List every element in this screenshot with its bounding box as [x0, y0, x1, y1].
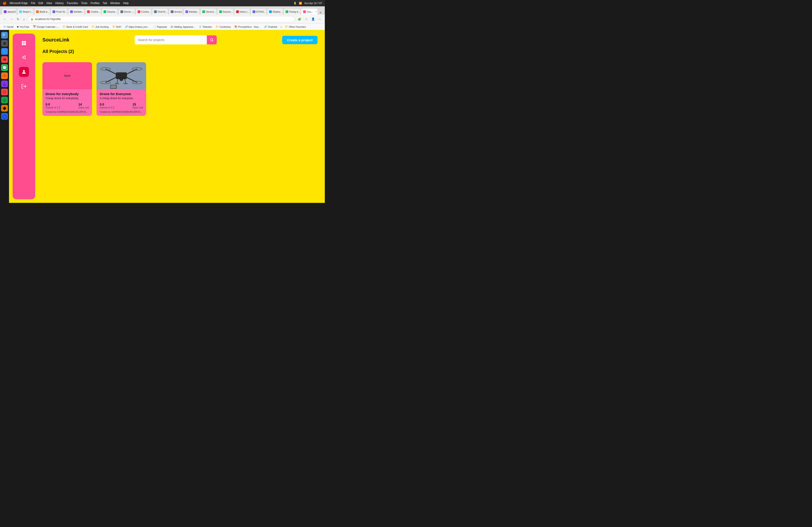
tab-close-btn[interactable]: ✕ — [315, 10, 317, 13]
address-text: localhost:5173/profile — [35, 18, 60, 21]
tab-source1[interactable]: Source... — [102, 8, 118, 15]
menu-tab[interactable]: Tab — [103, 2, 107, 5]
main-content-area: SourceLink Create a project All Projec — [35, 30, 325, 203]
tab-eth[interactable]: ETHGl... — [250, 8, 266, 15]
tab-push[interactable]: Push St... — [50, 8, 68, 15]
tab-source3[interactable]: Source... — [217, 8, 234, 15]
menu-edit[interactable]: Edit — [38, 2, 43, 5]
tab-favicon — [185, 10, 188, 13]
menu-favorites[interactable]: Favorites — [67, 2, 78, 5]
defi-folder-icon: 📁 — [112, 25, 115, 28]
section-title: All Projects (2) — [42, 49, 318, 54]
dock-launchpad[interactable]: ⊞ — [1, 40, 8, 47]
dock-app1[interactable]: ○ — [1, 72, 8, 79]
tab-favicon — [87, 10, 90, 13]
tab-findthe[interactable]: Find th... — [152, 8, 168, 15]
tab-daisyui[interactable]: daisyUI — [2, 8, 17, 15]
tab-source2[interactable]: Source... — [200, 8, 217, 15]
new-tab-button[interactable]: + — [318, 11, 323, 15]
tab-react[interactable]: React I... — [17, 8, 34, 15]
dock-finder[interactable]: 🔍 — [1, 32, 8, 39]
project-card-2[interactable]: Drone for Everyone A cheap drone for eve… — [97, 62, 146, 116]
home-button[interactable]: ⌂ — [22, 16, 26, 22]
favorites-button[interactable]: ☆ — [304, 16, 309, 22]
dock-messages[interactable]: 💬 — [1, 64, 8, 71]
bookmark-rakuten[interactable]: 🛒 Rakuten — [198, 25, 213, 29]
menu-history[interactable]: History — [55, 2, 63, 5]
svg-point-6 — [211, 39, 213, 41]
project-title-1: Drone for everybody — [46, 92, 89, 96]
bookmark-japanese[interactable]: JC Adding Japanese... — [169, 25, 197, 29]
project-card-1[interactable]: fund Drone for everybody Cheap drone for… — [42, 62, 92, 116]
bookmark-calendar[interactable]: 📅 Google Calendar -... — [32, 25, 60, 29]
tab-fixing[interactable]: Fixing d... — [284, 8, 301, 15]
tab-drone[interactable]: Drone -... — [118, 8, 135, 15]
forward-button[interactable]: → — [9, 16, 14, 22]
tab-drones[interactable]: drones — [169, 8, 183, 15]
refresh-button[interactable]: ↻ — [16, 16, 20, 22]
menu-tools[interactable]: Tools — [81, 2, 88, 5]
menu-view[interactable]: View — [46, 2, 52, 5]
project-stats-1: 0.0 Raised of 1.5 14 Days Left — [46, 103, 89, 109]
bookmark-other-favorites[interactable]: 📁 Other Favorites — [284, 25, 307, 29]
tab-contra2[interactable]: Contra... — [135, 8, 151, 15]
bookmark-chainlist[interactable]: 🔗 Chainlist — [263, 25, 278, 29]
tab-deploy[interactable]: Deploy... — [267, 8, 283, 15]
dock-mail[interactable]: ✉ — [1, 56, 8, 63]
svg-rect-2 — [22, 43, 24, 45]
bookmark-bank[interactable]: 📁 Bank & Credit Card — [61, 25, 89, 29]
svg-rect-0 — [22, 41, 24, 43]
menu-file[interactable]: File — [31, 2, 35, 5]
profile-button[interactable]: 👤 — [310, 16, 316, 22]
browser-content: 🔍 ⊞ 🌐 ✉ 💬 ○ △ □ ◇ ⬟ ◯ — [0, 30, 325, 203]
extensions-button[interactable]: 🧩 — [297, 16, 302, 22]
bookmark-youtube[interactable]: ▶ YouTube — [16, 25, 31, 29]
sidebar-item-profile[interactable] — [19, 67, 29, 77]
create-project-button[interactable]: Create a project — [282, 36, 318, 44]
dock-app4[interactable]: ◇ — [1, 97, 8, 104]
other-favorites-folder-icon: 📁 — [285, 25, 288, 28]
tab-inbox[interactable]: Inbox (... — [234, 8, 250, 15]
app-logo: SourceLink — [42, 37, 70, 43]
search-button[interactable] — [207, 35, 217, 44]
dock-app3[interactable]: □ — [1, 89, 8, 95]
project-days-1: 14 — [78, 103, 89, 106]
back-button[interactable]: ← — [2, 16, 7, 22]
bookmark-contentus[interactable]: 📁 Contentus — [214, 25, 232, 29]
tab-build[interactable]: Build a... — [34, 8, 50, 15]
bookmarks-more[interactable]: » — [279, 25, 282, 29]
sidebar-item-megaphone[interactable] — [19, 52, 29, 62]
dock-safari[interactable]: 🌐 — [1, 48, 8, 55]
rotary-icon: 🔗 — [125, 25, 128, 28]
bookmark-gmail[interactable]: 📧 Gmail — [2, 25, 15, 29]
os-status-right: 🔋 📶 Sun Apr 16 7:07 — [293, 2, 322, 5]
tab-favicon — [219, 10, 222, 13]
dock-app5[interactable]: ⬟ — [1, 105, 8, 111]
bookmark-paperpal[interactable]: 📄 Paperpal — [151, 25, 168, 29]
apple-icon[interactable]: 🍎 — [3, 1, 6, 5]
tab-contra1[interactable]: Contra... — [85, 8, 101, 15]
bank-folder-icon: 📁 — [63, 25, 66, 28]
sidebar-item-grid[interactable] — [19, 38, 29, 48]
menu-help[interactable]: Help — [123, 2, 129, 5]
gmail-icon: 📧 — [3, 25, 6, 28]
menu-window[interactable]: Window — [110, 2, 120, 5]
address-bar[interactable]: 🔒 localhost:5173/profile — [28, 16, 295, 22]
tab-third2[interactable]: thirdwe... — [183, 8, 200, 15]
search-input[interactable] — [135, 35, 207, 44]
bookmark-defi[interactable]: 📁 DeFi — [111, 25, 123, 29]
tab-third1[interactable]: thirdwe... — [68, 8, 85, 15]
bookmark-prompthero[interactable]: 🎨 PromptHero - Sea... — [233, 25, 262, 29]
bookmark-jobs[interactable]: 📁 Job Hunting — [90, 25, 110, 29]
app-menu-edge[interactable]: Microsoft Edge — [10, 2, 28, 5]
tab-sourcelink-active[interactable]: Sou... ✕ — [301, 8, 318, 15]
sidebar-item-logout[interactable] — [19, 81, 29, 91]
project-card-body-1: Drone for everybody Cheap drone for ever… — [42, 89, 92, 116]
bookmark-rotary[interactable]: 🔗 https://rotary-yon... — [124, 25, 151, 29]
menu-profiles[interactable]: Profiles — [91, 2, 100, 5]
project-raised-2: 0.0 — [100, 103, 114, 106]
more-button[interactable]: ⋯ — [317, 16, 322, 22]
dock-app6[interactable]: ◯ — [1, 113, 8, 120]
project-image-alt-1: fund — [64, 74, 70, 77]
dock-app2[interactable]: △ — [1, 80, 8, 87]
